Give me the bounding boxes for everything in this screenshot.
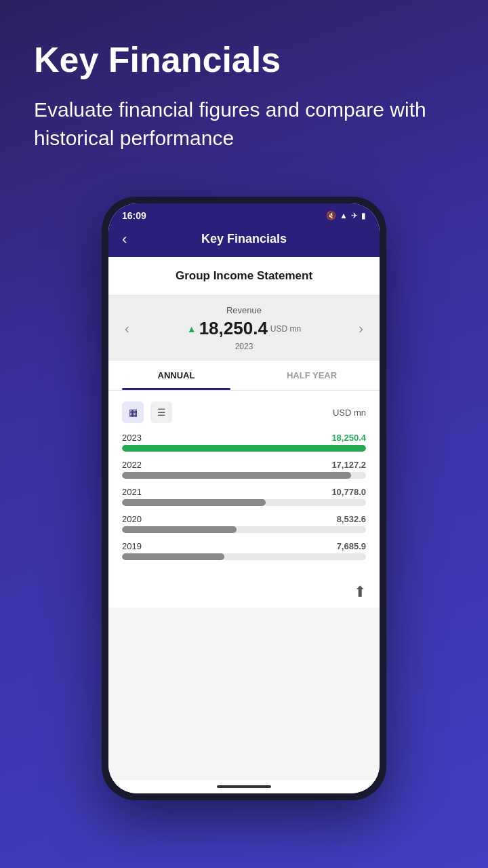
status-bar: 16:09 🔇 ▲ ✈ ▮: [108, 203, 380, 225]
revenue-card: ‹ Revenue ▲ 18,250.4 USD mn 2023 ›: [108, 296, 380, 361]
share-icon[interactable]: ⬆: [354, 583, 366, 601]
airplane-icon: ✈: [351, 211, 358, 220]
phone-bottom: [108, 780, 380, 793]
bar-row-header: 202110,778.0: [122, 487, 366, 497]
revenue-year: 2023: [132, 342, 357, 351]
bar-row-header: 202217,127.2: [122, 460, 366, 470]
revenue-label: Revenue: [132, 305, 357, 315]
bar-year: 2023: [122, 433, 142, 443]
bar-value: 17,127.2: [331, 460, 366, 470]
bar-row-header: 20208,532.6: [122, 514, 366, 524]
battery-icon: ▮: [361, 211, 366, 220]
status-time: 16:09: [122, 210, 146, 221]
bar-year: 2021: [122, 487, 142, 497]
bar-track: [122, 445, 366, 452]
home-indicator: [217, 785, 271, 788]
content-area: Group Income Statement ‹ Revenue ▲ 18,25…: [108, 257, 380, 780]
bar-fill: [122, 472, 351, 479]
chart-toolbar: ▦ ☰ USD mn: [122, 401, 366, 423]
bar-row: 202318,250.4: [122, 433, 366, 457]
back-button[interactable]: ‹: [122, 231, 127, 248]
bar-value: 7,685.9: [337, 541, 366, 551]
tab-annual[interactable]: ANNUAL: [108, 361, 244, 390]
bar-fill: [122, 553, 224, 560]
table-icon[interactable]: ☰: [150, 401, 172, 423]
bar-rows: 202318,250.4202217,127.2202110,778.02020…: [122, 433, 366, 566]
phone-mockup: 16:09 🔇 ▲ ✈ ▮ ‹ Key Financials Group Inc…: [102, 197, 386, 800]
bar-track: [122, 526, 366, 533]
section-title: Group Income Statement: [176, 269, 312, 282]
prev-button[interactable]: ‹: [122, 318, 132, 339]
revenue-unit: USD mn: [270, 324, 301, 334]
revenue-center: Revenue ▲ 18,250.4 USD mn 2023: [132, 305, 357, 351]
status-icons: 🔇 ▲ ✈ ▮: [326, 211, 366, 220]
chart-icons: ▦ ☰: [122, 401, 172, 423]
bar-value: 8,532.6: [337, 514, 366, 524]
nav-title: Key Financials: [201, 232, 287, 246]
bar-track: [122, 472, 366, 479]
bar-value: 10,778.0: [331, 487, 366, 497]
bar-value: 18,250.4: [331, 433, 366, 443]
revenue-number: 18,250.4: [199, 318, 268, 339]
bar-track: [122, 499, 366, 506]
chart-section: ▦ ☰ USD mn 202318,250.4202217,127.220211…: [108, 391, 380, 576]
page-title: Key Financials: [34, 41, 454, 79]
page-subtitle: Evaluate financial figures and compare w…: [34, 96, 454, 153]
bar-fill: [122, 526, 237, 533]
bar-row: 202217,127.2: [122, 460, 366, 484]
bar-chart-icon[interactable]: ▦: [122, 401, 144, 423]
bar-year: 2019: [122, 541, 142, 551]
tabs-container: ANNUAL HALF YEAR: [108, 361, 380, 391]
bar-fill: [122, 445, 366, 452]
chart-currency: USD mn: [333, 408, 366, 418]
section-header: Group Income Statement: [108, 257, 380, 296]
share-row: ⬆: [108, 576, 380, 608]
top-nav: ‹ Key Financials: [108, 225, 380, 257]
bar-track: [122, 553, 366, 560]
bar-year: 2022: [122, 460, 142, 470]
mute-icon: 🔇: [326, 211, 336, 220]
wifi-icon: ▲: [340, 211, 348, 220]
next-button[interactable]: ›: [356, 318, 366, 339]
bar-fill: [122, 499, 266, 506]
bar-year: 2020: [122, 514, 142, 524]
bar-row-header: 202318,250.4: [122, 433, 366, 443]
bar-row-header: 20197,685.9: [122, 541, 366, 551]
tab-half-year[interactable]: HALF YEAR: [244, 361, 380, 390]
trend-icon: ▲: [187, 323, 197, 334]
revenue-value: ▲ 18,250.4 USD mn: [132, 318, 357, 339]
bar-row: 20197,685.9: [122, 541, 366, 566]
bar-row: 202110,778.0: [122, 487, 366, 511]
bar-row: 20208,532.6: [122, 514, 366, 538]
